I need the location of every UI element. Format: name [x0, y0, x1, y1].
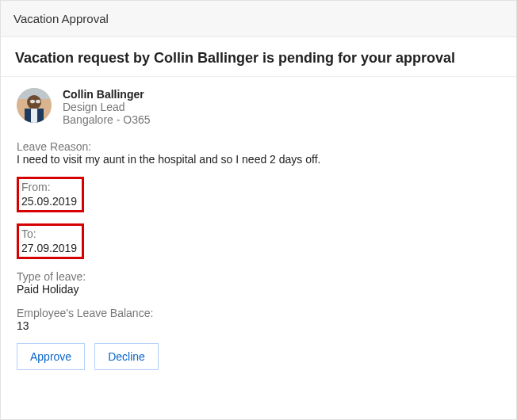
- avatar: [17, 88, 52, 123]
- to-section: To: 27.09.2019: [17, 223, 500, 259]
- card-header: Vacation Approval: [1, 1, 516, 37]
- requester-block: Collin Ballinger Design Lead Bangalore -…: [17, 88, 500, 126]
- leave-type-value: Paid Holiday: [17, 283, 500, 296]
- svg-point-4: [36, 100, 40, 104]
- decline-button[interactable]: Decline: [94, 343, 159, 370]
- from-value: 25.09.2019: [21, 195, 77, 209]
- to-value: 27.09.2019: [21, 242, 77, 256]
- card-header-title: Vacation Approval: [13, 12, 109, 25]
- title-row: Vacation request by Collin Ballinger is …: [1, 37, 516, 77]
- vacation-approval-card: Vacation Approval Vacation request by Co…: [0, 0, 517, 420]
- leave-reason-label: Leave Reason:: [17, 140, 500, 153]
- requester-info: Collin Ballinger Design Lead Bangalore -…: [63, 88, 151, 126]
- to-label: To:: [21, 227, 77, 242]
- svg-point-3: [30, 100, 35, 104]
- avatar-image: [17, 88, 52, 123]
- card-body: Collin Ballinger Design Lead Bangalore -…: [1, 77, 516, 383]
- to-highlight: To: 27.09.2019: [17, 223, 84, 259]
- svg-rect-6: [31, 109, 37, 123]
- balance-section: Employee's Leave Balance: 13: [17, 307, 500, 332]
- leave-reason-value: I need to visit my aunt in the hospital …: [17, 153, 500, 166]
- from-section: From: 25.09.2019: [17, 177, 500, 212]
- approve-button[interactable]: Approve: [17, 343, 85, 370]
- page-title: Vacation request by Collin Ballinger is …: [15, 50, 502, 67]
- leave-type-label: Type of leave:: [17, 270, 500, 283]
- requester-role: Design Lead: [63, 101, 151, 113]
- leave-type-section: Type of leave: Paid Holiday: [17, 270, 500, 296]
- balance-label: Employee's Leave Balance:: [17, 307, 500, 319]
- from-highlight: From: 25.09.2019: [17, 177, 84, 212]
- from-label: From:: [21, 181, 77, 195]
- requester-name: Collin Ballinger: [63, 88, 151, 101]
- balance-value: 13: [17, 319, 500, 332]
- leave-reason-section: Leave Reason: I need to visit my aunt in…: [17, 140, 500, 166]
- requester-location: Bangalore - O365: [63, 113, 151, 126]
- actions-row: Approve Decline: [17, 343, 500, 370]
